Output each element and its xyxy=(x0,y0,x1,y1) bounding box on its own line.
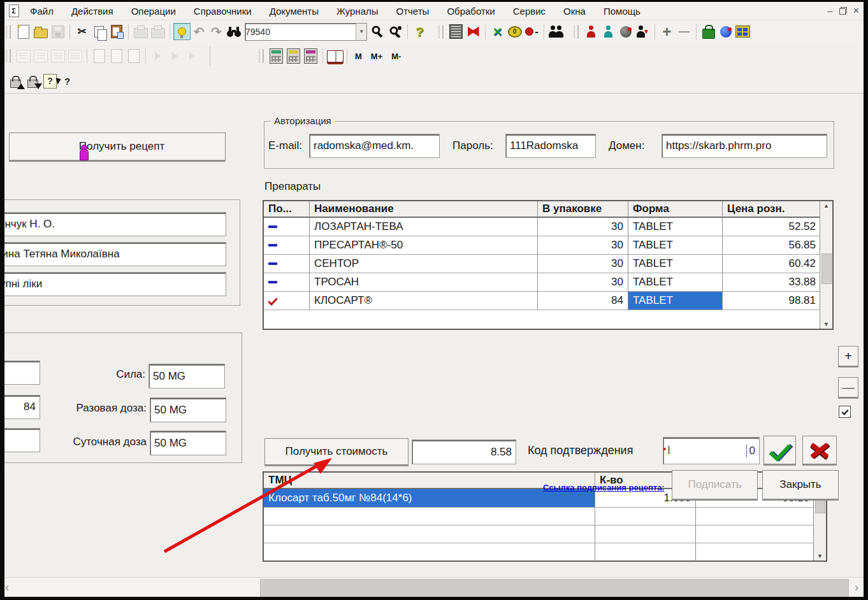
drugs-vertical-scrollbar[interactable]: ▲ ▼ xyxy=(820,201,832,329)
help-box-icon[interactable]: ? xyxy=(41,73,59,90)
print-preview-icon[interactable] xyxy=(149,23,166,40)
minus-icon[interactable]: — xyxy=(676,23,693,40)
program-field[interactable]: тупні ліки xyxy=(0,272,226,296)
sign-button[interactable]: Подписать xyxy=(672,470,758,499)
blue-sphere-icon[interactable] xyxy=(717,23,734,40)
card-file-icon[interactable] xyxy=(734,23,751,40)
restore-button[interactable] xyxy=(839,7,847,15)
drug-row[interactable]: ЛОЗАРТАН-ТЕВА 30 TABLET 52.52 xyxy=(264,218,820,236)
calculator-icon[interactable] xyxy=(268,48,285,65)
col-form[interactable]: Форма xyxy=(628,201,723,218)
password-field[interactable] xyxy=(505,134,596,158)
menu-reports[interactable]: Отчеты xyxy=(395,4,431,18)
run-step-icon[interactable] xyxy=(166,48,184,65)
menu-windows[interactable]: Окна xyxy=(562,4,587,18)
tmc-remove-button[interactable]: — xyxy=(838,377,858,397)
new-document-icon[interactable]: ✶ xyxy=(15,23,32,40)
drug-row[interactable]: ТРОСАН 30 TABLET 33.88 xyxy=(264,273,820,292)
menu-file[interactable]: Файл xyxy=(29,4,55,18)
people-icon[interactable] xyxy=(547,23,565,40)
patient-field[interactable]: жина Тетяна Миколаївна xyxy=(0,242,226,266)
calculator-formula-icon[interactable] xyxy=(285,48,302,65)
confirm-code-input[interactable]: I 0 xyxy=(663,437,760,464)
daily-dose-field[interactable]: 50 MG xyxy=(150,431,226,455)
menu-operations[interactable]: Операции xyxy=(130,4,177,18)
minimize-button[interactable]: – xyxy=(827,5,832,17)
memory-minus-button[interactable]: M- xyxy=(387,49,405,64)
dropdown-arrow-icon[interactable]: ▼ xyxy=(356,24,366,40)
structure-icon-3[interactable] xyxy=(49,48,66,65)
find-next-icon[interactable] xyxy=(370,23,387,40)
structure-icon-1[interactable] xyxy=(15,48,32,65)
email-field[interactable] xyxy=(309,134,440,158)
close-form-button[interactable]: Закрыть xyxy=(762,470,839,499)
help-icon[interactable]: ? xyxy=(411,23,428,40)
person-walk-icon[interactable]: ▼ xyxy=(634,23,651,40)
scroll-thumb[interactable] xyxy=(260,579,849,597)
coin-icon[interactable]: 0 xyxy=(506,23,523,40)
green-cross-icon[interactable]: × xyxy=(489,23,506,40)
find-icon[interactable] xyxy=(225,23,242,40)
open-folder-icon[interactable] xyxy=(32,23,49,40)
document-icon-3[interactable] xyxy=(125,48,142,65)
find-person-icon[interactable] xyxy=(387,23,404,40)
dose-aux-field-1[interactable] xyxy=(0,361,40,385)
memory-button[interactable]: M xyxy=(351,49,366,64)
print-icon[interactable] xyxy=(132,23,149,40)
calculator-search-icon[interactable] xyxy=(302,48,319,65)
close-button[interactable]: × xyxy=(853,5,859,17)
paste-icon[interactable] xyxy=(108,23,125,40)
menu-processing[interactable]: Обработки xyxy=(445,4,496,18)
scroll-right-icon[interactable]: › xyxy=(850,578,864,597)
drug-row[interactable]: ПРЕСАРТАН®-50 30 TABLET 56.85 xyxy=(264,236,820,255)
cost-field[interactable]: 8.58 xyxy=(412,439,516,464)
lamp-icon[interactable] xyxy=(173,23,191,40)
person-red-icon[interactable] xyxy=(582,23,600,40)
toolbar-grip[interactable] xyxy=(6,49,11,63)
get-recipe-button[interactable]: Получить рецепт xyxy=(9,132,226,161)
tmc-empty-row[interactable] xyxy=(264,508,814,525)
sign-recipe-link[interactable]: Ссылка подписания рецепта: xyxy=(543,483,665,492)
tmc-add-button[interactable]: + xyxy=(838,346,858,366)
red-dot-minus-icon[interactable]: - xyxy=(523,23,540,40)
pack-count-field[interactable]: 84 xyxy=(0,395,40,419)
confirm-cancel-button[interactable] xyxy=(802,436,837,464)
tmc-checkbox[interactable] xyxy=(839,406,851,418)
single-dose-field[interactable]: 50 MG xyxy=(150,397,226,422)
menu-help[interactable]: Помощь xyxy=(602,4,642,18)
run-doc-icon[interactable] xyxy=(184,48,201,65)
lock-icon[interactable] xyxy=(24,73,41,90)
tmc-empty-row[interactable] xyxy=(264,543,814,561)
col-pack[interactable]: В упаковке xyxy=(538,201,628,218)
save-icon[interactable] xyxy=(49,23,66,40)
toolbar-grip[interactable] xyxy=(6,25,11,39)
menu-documents[interactable]: Документы xyxy=(268,4,320,18)
doctor-field[interactable]: мінчук Н. О. xyxy=(0,212,226,236)
run-icon[interactable] xyxy=(149,48,166,65)
memory-plus-button[interactable]: M+ xyxy=(366,49,387,64)
tmc-empty-row[interactable] xyxy=(264,525,814,543)
person-teal-icon[interactable] xyxy=(600,23,617,40)
dose-aux-field-2[interactable] xyxy=(0,428,40,452)
document-icon-2[interactable] xyxy=(108,48,125,65)
scroll-down-icon[interactable]: ▼ xyxy=(817,552,823,561)
structure-icon-2[interactable] xyxy=(32,48,49,65)
book-icon[interactable] xyxy=(326,48,344,65)
undo-icon[interactable]: ↶ xyxy=(191,23,208,40)
drug-row[interactable]: СЕНТОР 30 TABLET 60.42 xyxy=(264,255,820,273)
search-combobox[interactable]: ▼ xyxy=(245,23,367,41)
globe-icon[interactable] xyxy=(617,23,634,40)
search-input[interactable] xyxy=(245,27,356,37)
scroll-thumb[interactable] xyxy=(821,254,832,284)
menu-journals[interactable]: Журналы xyxy=(335,4,380,18)
horizontal-scrollbar[interactable]: ‹ › xyxy=(0,577,864,597)
green-lock-icon[interactable] xyxy=(700,23,717,40)
domain-field[interactable] xyxy=(662,134,827,158)
scroll-down-icon[interactable]: ▼ xyxy=(823,320,829,329)
menu-actions[interactable]: Действия xyxy=(70,4,115,18)
structure-icon-4[interactable] xyxy=(66,48,83,65)
menu-directories[interactable]: Справочники xyxy=(192,4,253,18)
col-price[interactable]: Цена розн. xyxy=(723,201,820,218)
drug-row-selected[interactable]: КЛОСАРТ® 84 TABLET 98.81 xyxy=(264,292,820,310)
redo-icon[interactable]: ↷ xyxy=(208,23,225,40)
